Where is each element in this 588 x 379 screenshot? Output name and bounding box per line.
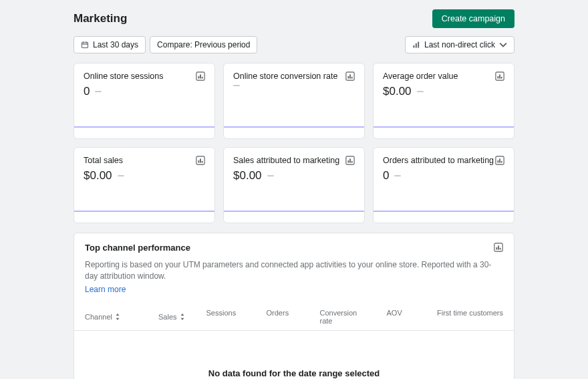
- trend-dash-icon: [417, 91, 424, 92]
- date-range-label: Last 30 days: [93, 40, 138, 49]
- chart-icon[interactable]: [495, 156, 504, 165]
- metric-value: $0.00: [233, 169, 262, 182]
- metric-title: Orders attributed to marketing: [383, 156, 494, 165]
- svg-rect-26: [499, 158, 500, 162]
- svg-rect-0: [82, 42, 88, 47]
- metric-title: Total sales: [84, 156, 123, 165]
- calendar-icon: [81, 41, 89, 49]
- table-header: Channel Sales Sessions Orders Conversion…: [74, 301, 514, 331]
- svg-rect-10: [349, 74, 351, 78]
- sparkline: [74, 126, 214, 128]
- svg-rect-22: [349, 158, 351, 162]
- date-range-button[interactable]: Last 30 days: [74, 36, 146, 53]
- metric-card[interactable]: Online store sessions 0: [74, 63, 215, 139]
- chevron-down-icon: [499, 41, 507, 49]
- svg-rect-3: [418, 42, 419, 48]
- channel-performance-panel: Top channel performance Reporting is bas…: [74, 233, 514, 379]
- empty-state: No data found for the date range selecte…: [74, 331, 514, 379]
- col-channel-label: Channel: [85, 313, 112, 321]
- svg-rect-25: [498, 160, 499, 163]
- trend-dash-icon: [118, 175, 124, 176]
- sparkline: [374, 211, 514, 212]
- attribution-button[interactable]: Last non-direct click: [405, 36, 514, 53]
- col-first-time[interactable]: First time customers: [423, 309, 514, 325]
- metric-card[interactable]: Online store conversion rate: [223, 63, 365, 139]
- trend-dash-icon: [95, 91, 102, 92]
- svg-rect-9: [348, 76, 349, 79]
- empty-title: No data found for the date range selecte…: [74, 368, 514, 378]
- compare-button[interactable]: Compare: Previous period: [150, 36, 257, 53]
- svg-rect-17: [198, 160, 200, 163]
- metric-value: 0: [84, 85, 90, 98]
- learn-more-link[interactable]: Learn more: [85, 285, 126, 294]
- chart-icon[interactable]: [345, 72, 355, 81]
- metric-title: Online store conversion rate: [233, 72, 337, 81]
- metric-title: Sales attributed to marketing: [233, 156, 339, 165]
- chart-icon[interactable]: [494, 243, 503, 252]
- chart-icon[interactable]: [345, 156, 355, 165]
- trend-dash-icon: [394, 175, 401, 176]
- col-conversion[interactable]: Conversion rate: [309, 309, 376, 325]
- sort-icon: [115, 313, 120, 320]
- sparkline: [374, 126, 514, 128]
- col-channel[interactable]: Channel: [74, 309, 148, 325]
- svg-rect-27: [501, 161, 502, 163]
- svg-rect-15: [501, 77, 502, 79]
- metric-title: Average order value: [383, 72, 458, 81]
- svg-rect-13: [498, 76, 499, 79]
- metric-value: $0.00: [84, 169, 112, 182]
- metric-title: Online store sessions: [84, 72, 164, 81]
- compare-label: Compare: Previous period: [157, 40, 250, 49]
- bar-chart-small-icon: [412, 41, 420, 49]
- svg-rect-23: [351, 161, 353, 163]
- trend-dash-icon: [267, 175, 274, 176]
- svg-rect-18: [200, 158, 201, 162]
- metric-card[interactable]: Total sales $0.00: [74, 147, 215, 223]
- svg-rect-14: [499, 74, 500, 78]
- metrics-grid: Online store sessions 0 Online store con…: [74, 63, 514, 223]
- metric-value: 0: [383, 169, 389, 182]
- svg-rect-1: [413, 45, 414, 48]
- svg-rect-7: [202, 77, 203, 79]
- svg-rect-11: [351, 77, 353, 79]
- sparkline: [224, 211, 364, 212]
- svg-rect-19: [202, 161, 203, 163]
- col-sessions[interactable]: Sessions: [196, 309, 256, 325]
- chart-icon[interactable]: [196, 72, 205, 81]
- panel-description: Reporting is based on your UTM parameter…: [85, 259, 503, 283]
- metric-card[interactable]: Orders attributed to marketing 0: [373, 147, 514, 223]
- col-orders[interactable]: Orders: [256, 309, 309, 325]
- sort-icon: [180, 313, 185, 320]
- metric-card[interactable]: Sales attributed to marketing $0.00: [223, 147, 365, 223]
- svg-rect-29: [496, 247, 498, 250]
- metric-value: $0.00: [383, 85, 412, 98]
- metric-card[interactable]: Average order value $0.00: [373, 63, 514, 139]
- attribution-label: Last non-direct click: [424, 40, 495, 49]
- chart-icon[interactable]: [196, 156, 205, 165]
- panel-title: Top channel performance: [85, 243, 190, 253]
- page-title: Marketing: [74, 12, 127, 25]
- chart-icon[interactable]: [495, 72, 504, 81]
- controls-left: Last 30 days Compare: Previous period: [74, 36, 257, 53]
- svg-rect-6: [200, 74, 201, 78]
- svg-rect-21: [348, 160, 349, 163]
- sparkline: [74, 211, 214, 212]
- svg-rect-2: [416, 43, 417, 48]
- svg-rect-31: [500, 248, 501, 250]
- col-sales-label: Sales: [158, 313, 177, 321]
- col-aov[interactable]: AOV: [376, 309, 423, 325]
- create-campaign-button[interactable]: Create campaign: [432, 9, 514, 28]
- svg-rect-5: [198, 76, 200, 79]
- col-sales[interactable]: Sales: [148, 309, 196, 325]
- sparkline: [224, 126, 364, 128]
- svg-rect-30: [498, 245, 499, 249]
